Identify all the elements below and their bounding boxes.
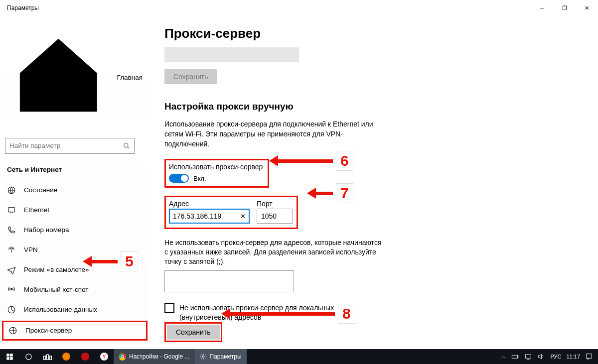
start-button[interactable] bbox=[0, 349, 19, 364]
settings-label: Параметры bbox=[210, 353, 242, 360]
sidebar-item-hotspot[interactable]: Мобильный хот-спот bbox=[0, 280, 150, 300]
windows-icon bbox=[6, 353, 13, 361]
circle-icon bbox=[25, 353, 32, 361]
sidebar-item-ethernet[interactable]: Ethernet bbox=[0, 200, 150, 220]
disabled-input bbox=[164, 47, 299, 62]
save-button-top[interactable]: Сохранить bbox=[164, 69, 217, 84]
svg-rect-6 bbox=[6, 354, 9, 357]
window-controls: ─ ❐ ✕ bbox=[531, 0, 598, 15]
svg-rect-9 bbox=[10, 357, 13, 360]
maximize-button[interactable]: ❐ bbox=[553, 0, 576, 15]
content-area: Прокси-сервер Сохранить Настройка прокси… bbox=[150, 16, 598, 349]
svg-point-0 bbox=[124, 143, 128, 147]
svg-point-14 bbox=[202, 356, 204, 358]
nav-label: Мобильный хот-спот bbox=[24, 286, 88, 293]
window-title: Параметры bbox=[7, 4, 39, 11]
airplane-icon bbox=[7, 265, 16, 274]
battery-icon[interactable] bbox=[511, 353, 519, 361]
opera-button[interactable] bbox=[76, 349, 95, 364]
page-title: Прокси-сервер bbox=[164, 26, 583, 41]
taskview-button[interactable] bbox=[38, 349, 57, 364]
sidebar-item-dialup[interactable]: Набор номера bbox=[0, 220, 150, 240]
gear-icon bbox=[200, 353, 207, 360]
sidebar-item-proxy[interactable]: Прокси-сервер bbox=[2, 321, 148, 341]
svg-rect-11 bbox=[43, 356, 45, 360]
nav-label: Прокси-сервер bbox=[25, 327, 72, 334]
clear-icon[interactable]: ✕ bbox=[240, 213, 246, 220]
nav-label: Набор номера bbox=[24, 226, 69, 234]
data-icon bbox=[7, 305, 16, 314]
yandex-button[interactable]: Y bbox=[95, 349, 114, 364]
system-tray: ︿ РУС 11:17 bbox=[501, 353, 598, 361]
use-proxy-label: Использовать прокси-сервер bbox=[169, 163, 263, 171]
manual-desc: Использование прокси-сервера для подключ… bbox=[164, 119, 384, 149]
sidebar: Главная Сеть и Интернет Состояние Ethern… bbox=[0, 16, 150, 349]
nav-label: Использование данных bbox=[24, 306, 97, 313]
sidebar-item-status[interactable]: Состояние bbox=[0, 180, 150, 200]
tray-time[interactable]: 11:17 bbox=[566, 354, 580, 360]
vpn-icon bbox=[7, 245, 16, 254]
svg-point-3 bbox=[11, 288, 12, 289]
toggle-state: Вкл. bbox=[193, 175, 206, 182]
firefox-button[interactable] bbox=[57, 349, 76, 364]
nav-label: VPN bbox=[24, 246, 38, 253]
save-button-bottom[interactable]: Сохранить bbox=[167, 325, 220, 340]
svg-point-10 bbox=[25, 354, 31, 359]
annotation-5: 5 bbox=[83, 251, 138, 271]
sidebar-item-datausage[interactable]: Использование данных bbox=[0, 300, 150, 320]
address-label: Адрес bbox=[169, 200, 250, 208]
search-input[interactable] bbox=[9, 142, 123, 149]
search-icon bbox=[123, 142, 130, 149]
svg-rect-13 bbox=[49, 356, 51, 360]
nav-label: Режим «в самолете» bbox=[24, 266, 89, 273]
network-icon[interactable] bbox=[524, 353, 532, 361]
close-button[interactable]: ✕ bbox=[576, 0, 598, 15]
port-label: Порт bbox=[257, 200, 293, 208]
phone-icon bbox=[7, 226, 16, 235]
local-checkbox[interactable] bbox=[164, 303, 174, 313]
svg-rect-16 bbox=[526, 355, 531, 358]
notification-icon[interactable] bbox=[585, 353, 593, 361]
use-proxy-block: Использовать прокси-сервер Вкл. bbox=[164, 159, 269, 188]
use-proxy-toggle[interactable] bbox=[169, 174, 189, 183]
text-cursor bbox=[222, 212, 222, 220]
svg-rect-8 bbox=[6, 357, 9, 360]
annotation-8: 8 bbox=[221, 304, 355, 324]
hotspot-icon bbox=[7, 285, 16, 294]
taskview-icon bbox=[43, 353, 52, 361]
nav-label: Состояние bbox=[24, 186, 57, 194]
sound-icon[interactable] bbox=[537, 353, 545, 361]
sidebar-home[interactable]: Главная bbox=[0, 22, 150, 134]
taskbar: Y Настройки - Google ... Параметры ︿ РУС… bbox=[0, 349, 598, 364]
svg-rect-17 bbox=[587, 354, 592, 359]
home-label: Главная bbox=[117, 74, 143, 81]
svg-rect-15 bbox=[512, 355, 518, 358]
settings-task[interactable]: Параметры bbox=[195, 349, 247, 364]
nav-label: Ethernet bbox=[24, 206, 49, 214]
chrome-label: Настройки - Google ... bbox=[129, 353, 190, 360]
address-port-block: Адрес 176.53.186.119 ✕ Порт 1050 bbox=[164, 196, 298, 229]
tray-lang[interactable]: РУС bbox=[550, 354, 561, 360]
svg-rect-2 bbox=[8, 207, 14, 212]
address-input[interactable]: 176.53.186.119 ✕ bbox=[169, 209, 250, 224]
search-box[interactable] bbox=[5, 138, 135, 154]
proxy-icon bbox=[8, 326, 17, 335]
annotation-7: 7 bbox=[307, 183, 353, 203]
exclude-input[interactable] bbox=[164, 270, 294, 292]
manual-heading: Настройка прокси вручную bbox=[164, 101, 583, 112]
category-title: Сеть и Интернет bbox=[0, 163, 150, 180]
port-value: 1050 bbox=[261, 212, 277, 220]
home-icon bbox=[7, 26, 110, 129]
tray-chevron-icon[interactable]: ︿ bbox=[501, 353, 506, 360]
exclude-desc: Не использовать прокси-сервер для адресо… bbox=[164, 238, 384, 266]
globe-icon bbox=[7, 186, 16, 195]
address-value: 176.53.186.119 bbox=[173, 212, 221, 220]
annotation-6: 6 bbox=[269, 151, 353, 171]
chrome-task[interactable]: Настройки - Google ... bbox=[114, 349, 195, 364]
cortana-button[interactable] bbox=[19, 349, 38, 364]
minimize-button[interactable]: ─ bbox=[531, 0, 553, 15]
titlebar: Параметры ─ ❐ ✕ bbox=[0, 0, 598, 16]
ethernet-icon bbox=[7, 206, 16, 215]
svg-rect-12 bbox=[46, 355, 48, 360]
port-input[interactable]: 1050 bbox=[257, 209, 293, 224]
